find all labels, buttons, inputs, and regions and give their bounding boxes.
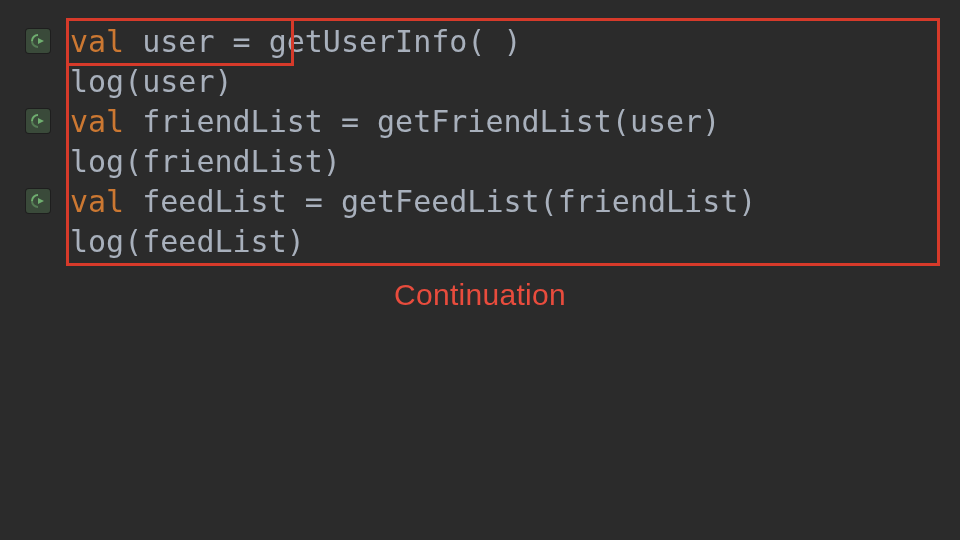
code-line[interactable]: val feedList = getFeedList(friendList) (70, 182, 960, 222)
suspend-call-icon[interactable] (26, 189, 50, 213)
code-text: feedList = getFeedList(friendList) (124, 184, 756, 219)
code-text: log(user) (70, 64, 233, 99)
suspend-call-icon[interactable] (26, 29, 50, 53)
keyword: val (70, 184, 124, 219)
code-line[interactable]: val friendList = getFriendList(user) (70, 102, 960, 142)
code-text: log(feedList) (70, 224, 305, 259)
code-line[interactable]: log(user) (70, 62, 960, 102)
code-text: friendList = getFriendList(user) (124, 104, 720, 139)
keyword: val (70, 104, 124, 139)
code-text: log(friendList) (70, 144, 341, 179)
code-text: user = getUserInfo( ) (124, 24, 521, 59)
caption-label: Continuation (0, 278, 960, 312)
code-area: val user = getUserInfo( )log(user)val fr… (70, 22, 960, 262)
code-line[interactable]: log(friendList) (70, 142, 960, 182)
code-line[interactable]: val user = getUserInfo( ) (70, 22, 960, 62)
code-line[interactable]: log(feedList) (70, 222, 960, 262)
code-editor: val user = getUserInfo( )log(user)val fr… (0, 0, 960, 262)
suspend-call-icon[interactable] (26, 109, 50, 133)
keyword: val (70, 24, 124, 59)
